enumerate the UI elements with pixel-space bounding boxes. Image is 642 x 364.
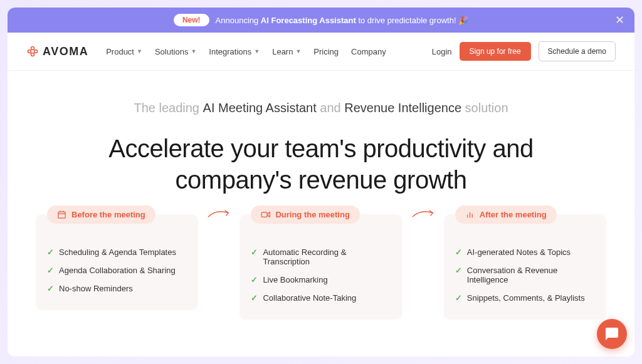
svg-rect-8 xyxy=(262,212,268,217)
feature-title: During the meeting xyxy=(275,210,349,219)
demo-button[interactable]: Schedule a demo xyxy=(539,41,616,61)
bar-chart-icon xyxy=(465,210,475,219)
feature-item: ✓Agenda Collaboration & Sharing xyxy=(47,261,187,279)
arrow-icon xyxy=(207,208,231,220)
svg-rect-4 xyxy=(58,212,65,218)
nav-label: Solutions xyxy=(155,47,188,56)
item-text: Snippets, Comments, & Playlists xyxy=(467,293,585,303)
chat-icon xyxy=(604,326,619,341)
feature-list: ✓Automatic Recording & Transcription ✓Li… xyxy=(251,243,391,307)
check-icon: ✓ xyxy=(47,247,54,257)
subtitle: The leading AI Meeting Assistant and Rev… xyxy=(39,101,603,115)
svg-point-3 xyxy=(34,50,38,53)
feature-header: During the meeting xyxy=(251,205,359,224)
nav-item-company[interactable]: Company xyxy=(351,47,386,56)
nav-label: Pricing xyxy=(313,47,339,56)
feature-card-after: After the meeting ✓AI-generated Notes & … xyxy=(444,214,606,320)
login-link[interactable]: Login xyxy=(432,47,452,56)
feature-card-during: During the meeting ✓Automatic Recording … xyxy=(239,214,402,320)
svg-point-0 xyxy=(31,47,34,50)
feature-header: After the meeting xyxy=(455,205,557,224)
arrow-icon xyxy=(411,208,435,220)
nav-right: Login Sign up for free Schedule a demo xyxy=(432,41,616,61)
navbar: AVOMA Product▼ Solutions▼ Integrations▼ … xyxy=(8,33,634,71)
check-icon: ✓ xyxy=(47,284,54,293)
item-text: Agenda Collaboration & Sharing xyxy=(59,266,176,275)
new-pill: New! xyxy=(174,14,209,26)
headline: Accelerate your team's productivity and … xyxy=(39,133,603,195)
feature-item: ✓Scheduling & Agenda Templates xyxy=(47,243,187,261)
logo-icon xyxy=(26,45,39,58)
feature-item: ✓Live Bookmarking xyxy=(251,271,391,289)
feature-title: After the meeting xyxy=(480,210,547,219)
feature-item: ✓No-show Reminders xyxy=(47,279,187,298)
feature-title: Before the meeting xyxy=(71,210,145,219)
chevron-down-icon: ▼ xyxy=(254,48,260,55)
nav-item-solutions[interactable]: Solutions▼ xyxy=(155,47,196,56)
svg-marker-9 xyxy=(268,212,270,217)
chevron-down-icon: ▼ xyxy=(295,48,301,55)
check-icon: ✓ xyxy=(47,266,54,275)
feature-list: ✓AI-generated Notes & Topics ✓Conversati… xyxy=(455,243,595,307)
sub-text: The leading xyxy=(134,101,203,115)
item-text: No-show Reminders xyxy=(59,284,133,293)
calendar-icon xyxy=(57,210,66,219)
check-icon: ✓ xyxy=(251,293,258,303)
chat-button[interactable] xyxy=(597,319,627,349)
feature-item: ✓Conversation & Revenue Intelligence xyxy=(455,261,595,289)
check-icon: ✓ xyxy=(251,247,258,257)
feature-card-before: Before the meeting ✓Scheduling & Agenda … xyxy=(36,214,198,310)
item-text: Live Bookmarking xyxy=(263,275,327,284)
item-text: Automatic Recording & Transcription xyxy=(263,247,391,266)
nav-item-pricing[interactable]: Pricing xyxy=(313,47,339,56)
svg-point-2 xyxy=(28,50,31,53)
check-icon: ✓ xyxy=(455,247,462,257)
banner-prefix: Announcing xyxy=(216,16,261,25)
banner-suffix: to drive predictable growth! 🎉 xyxy=(356,16,468,25)
feature-item: ✓AI-generated Notes & Topics xyxy=(455,243,595,261)
item-text: Collaborative Note-Taking xyxy=(263,293,356,303)
banner-text[interactable]: Announcing AI Forecasting Assistant to d… xyxy=(216,16,469,25)
signup-button[interactable]: Sign up for free xyxy=(460,42,531,61)
headline-line: company's revenue growth xyxy=(176,166,467,194)
sub-bold: AI Meeting Assistant xyxy=(203,101,317,115)
nav-label: Company xyxy=(351,47,386,56)
headline-line: Accelerate your team's productivity and xyxy=(108,135,533,162)
nav-label: Integrations xyxy=(209,47,251,56)
feature-header: Before the meeting xyxy=(47,205,155,224)
sub-bold: Revenue Intelligence xyxy=(344,101,461,115)
logo[interactable]: AVOMA xyxy=(26,45,88,58)
feature-item: ✓Automatic Recording & Transcription xyxy=(251,243,391,271)
check-icon: ✓ xyxy=(455,293,462,303)
nav-item-learn[interactable]: Learn▼ xyxy=(272,47,301,56)
nav-label: Learn xyxy=(272,47,293,56)
sub-text: and xyxy=(317,101,344,115)
nav-links: Product▼ Solutions▼ Integrations▼ Learn▼… xyxy=(106,47,432,56)
nav-item-integrations[interactable]: Integrations▼ xyxy=(209,47,260,56)
feature-list: ✓Scheduling & Agenda Templates ✓Agenda C… xyxy=(47,243,187,298)
chevron-down-icon: ▼ xyxy=(137,48,142,55)
chevron-down-icon: ▼ xyxy=(191,48,196,55)
feature-item: ✓Collaborative Note-Taking xyxy=(251,289,391,307)
sub-text: solution xyxy=(461,101,508,115)
svg-point-1 xyxy=(31,53,34,56)
nav-label: Product xyxy=(106,47,134,56)
check-icon: ✓ xyxy=(455,266,462,275)
announcement-banner: New! Announcing AI Forecasting Assistant… xyxy=(8,8,634,33)
check-icon: ✓ xyxy=(251,275,258,284)
nav-item-product[interactable]: Product▼ xyxy=(106,47,142,56)
video-icon xyxy=(261,210,270,219)
logo-text: AVOMA xyxy=(43,45,88,58)
item-text: AI-generated Notes & Topics xyxy=(467,247,571,257)
banner-bold: AI Forecasting Assistant xyxy=(261,16,356,25)
item-text: Conversation & Revenue Intelligence xyxy=(467,266,595,284)
feature-item: ✓Snippets, Comments, & Playlists xyxy=(455,289,595,307)
hero-section: The leading AI Meeting Assistant and Rev… xyxy=(8,71,634,214)
features-row: Before the meeting ✓Scheduling & Agenda … xyxy=(8,214,634,320)
item-text: Scheduling & Agenda Templates xyxy=(59,247,176,257)
close-icon[interactable]: ✕ xyxy=(615,13,624,27)
